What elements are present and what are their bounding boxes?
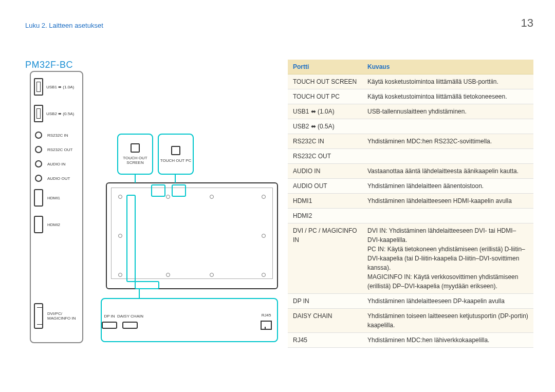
port-desc-cell: Käytä kosketustoimintoa liittämällä tiet… [362, 89, 533, 104]
port-name-cell: HDMI1 [288, 194, 362, 209]
audio-out-icon [35, 175, 42, 182]
touch-out-screen-icon [131, 143, 140, 153]
port-name-cell: DVI / PC / MAGICINFO IN [288, 223, 362, 294]
table-row: TOUCH OUT PCKäytä kosketustoimintoa liit… [288, 89, 533, 104]
port-desc-cell: Käytä kosketustoimintoa liittämällä USB-… [362, 74, 533, 89]
table-row: RJ45Yhdistäminen MDC:hen lähiverkkokaape… [288, 333, 533, 348]
table-row: HDMI1Yhdistäminen lähdelaitteeseen HDMI-… [288, 194, 533, 209]
port-name-cell: AUDIO IN [288, 164, 362, 179]
usb1-icon [34, 78, 43, 96]
touch-out-pc-box: TOUCH OUT PC [158, 134, 194, 175]
port-name-cell: USB1 ⬌ (1.0A) [288, 104, 362, 119]
usb2-icon [34, 105, 43, 122]
dvi-label: DVI/PC/ MAGICINFO IN [47, 311, 79, 321]
port-name-cell: TOUCH OUT PC [288, 89, 362, 104]
audio-in-label: AUDIO IN [47, 162, 66, 166]
table-row: USB1 ⬌ (1.0A)USB-tallennuslaitteen yhdis… [288, 104, 533, 119]
audio-out-label: AUDIO OUT [47, 176, 70, 181]
rs232c-in-icon [35, 132, 42, 139]
touch-out-screen-box: TOUCH OUT SCREEN [117, 134, 153, 175]
back-panel-diagram [106, 182, 278, 289]
table-row: RS232C INYhdistäminen MDC:hen RS232C-sov… [288, 134, 533, 149]
daisy-chain-icon [122, 322, 138, 329]
hdmi2-icon [34, 216, 43, 233]
table-row: USB2 ⬌ (0.5A) [288, 119, 533, 134]
port-name-cell: RS232C IN [288, 134, 362, 149]
connector-line [139, 289, 140, 298]
port-desc-cell: Vastaanottaa ääntä lähdelaitteesta äänik… [362, 164, 533, 179]
port-desc-cell: Yhdistäminen MDC:hen RS232C-sovittimella… [362, 134, 533, 149]
rj45-icon [261, 321, 272, 330]
daisy-chain-label: DAISY CHAIN [117, 314, 143, 319]
dp-in-icon [102, 322, 117, 329]
side-port-panel: USB1 ⬌ (1.0A) USB2 ⬌ (0.5A) RS232C IN RS… [30, 71, 83, 343]
rj45-label: RJ45 [262, 313, 271, 318]
hdmi1-icon [34, 189, 43, 207]
touch-out-screen-label: TOUCH OUT SCREEN [118, 156, 152, 165]
port-name-cell: HDMI2 [288, 209, 362, 223]
port-desc-cell [362, 149, 533, 164]
port-name-cell: RJ45 [288, 333, 362, 348]
hdmi1-label: HDMI1 [47, 196, 60, 200]
touch-out-pc-label: TOUCH OUT PC [160, 158, 192, 163]
port-desc-cell: Yhdistäminen lähdelaitteeseen DP-kaapeli… [362, 294, 533, 309]
table-row: DVI / PC / MAGICINFO INDVI IN: Yhdistämi… [288, 223, 533, 294]
port-desc-cell: Yhdistäminen toiseen laitteeseen ketjutu… [362, 309, 533, 333]
dvi-icon [34, 303, 43, 329]
port-name-cell: AUDIO OUT [288, 179, 362, 194]
port-name-cell: USB2 ⬌ (0.5A) [288, 119, 362, 134]
port-desc-cell: Yhdistäminen MDC:hen lähiverkkokaapelill… [362, 333, 533, 348]
ports-table: Portti Kuvaus TOUCH OUT SCREENKäytä kosk… [288, 60, 533, 348]
port-name-cell: TOUCH OUT SCREEN [288, 74, 362, 89]
port-desc-cell [362, 119, 533, 134]
dp-in-label: DP IN [104, 314, 115, 319]
chapter-title: Luku 2. Laitteen asetukset [25, 22, 103, 29]
usb1-label: USB1 ⬌ (1.0A) [46, 85, 74, 89]
audio-in-icon [35, 160, 42, 167]
page-number: 13 [521, 16, 533, 30]
port-name-cell: RS232C OUT [288, 149, 362, 164]
table-row: DAISY CHAINYhdistäminen toiseen laittees… [288, 309, 533, 333]
bottom-port-bar: DP IN DAISY CHAIN RJ45 [101, 298, 278, 342]
table-row: RS232C OUT [288, 149, 533, 164]
table-row: AUDIO INVastaanottaa ääntä lähdelaittees… [288, 164, 533, 179]
connector-line [175, 175, 176, 183]
model-name: PM32F-BC [25, 60, 73, 70]
table-row: DP INYhdistäminen lähdelaitteeseen DP-ka… [288, 294, 533, 309]
port-name-cell: DAISY CHAIN [288, 309, 362, 333]
rs232c-out-label: RS232C OUT [47, 147, 72, 152]
port-desc-cell: USB-tallennuslaitteen yhdistäminen. [362, 104, 533, 119]
rs232c-out-icon [35, 146, 42, 153]
touch-out-pc-icon [171, 146, 180, 155]
port-desc-cell [362, 209, 533, 223]
port-desc-cell: Yhdistäminen lähdelaitteeseen HDMI-kaape… [362, 194, 533, 209]
port-desc-cell: Yhdistäminen lähdelaitteen äänentoistoon… [362, 179, 533, 194]
table-row: TOUCH OUT SCREENKäytä kosketustoimintoa … [288, 74, 533, 89]
port-name-cell: DP IN [288, 294, 362, 309]
port-desc-cell: DVI IN: Yhdistäminen lähdelaitteeseen DV… [362, 223, 533, 294]
connector-line [135, 175, 136, 183]
table-row: HDMI2 [288, 209, 533, 223]
hdmi2-label: HDMI2 [47, 222, 60, 227]
ports-table-header-port: Portti [288, 60, 362, 74]
ports-table-header-desc: Kuvaus [362, 60, 533, 74]
table-row: AUDIO OUTYhdistäminen lähdelaitteen ääne… [288, 179, 533, 194]
rs232c-in-label: RS232C IN [47, 133, 68, 138]
usb2-label: USB2 ⬌ (0.5A) [46, 111, 74, 116]
